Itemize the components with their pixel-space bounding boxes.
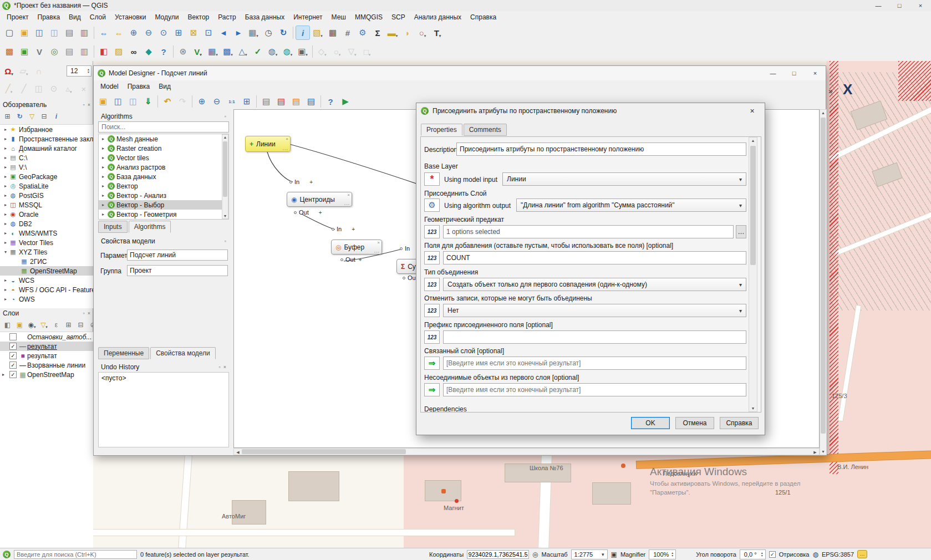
expand-all-button[interactable]: ⊞ xyxy=(63,319,74,331)
expand-arrow-icon[interactable]: ▸ xyxy=(100,146,106,151)
vertex-tool-button[interactable]: ▵ xyxy=(62,82,76,96)
text-annotation-button[interactable]: T xyxy=(430,26,445,40)
browser-item[interactable]: ▸ ▤ C:\ xyxy=(0,153,93,162)
unjoinable-input[interactable] xyxy=(443,383,746,396)
expand-arrow-icon[interactable]: ▸ xyxy=(2,372,8,377)
mouse-position-icon[interactable]: ◎ xyxy=(532,551,538,558)
interpolation-button[interactable]: △ xyxy=(236,44,250,59)
value-type-badge[interactable]: 123 xyxy=(424,225,440,238)
globe-services-button[interactable]: ◍ xyxy=(281,44,295,59)
node-out-anchor[interactable]: Out xyxy=(403,274,418,281)
menu-item[interactable]: Model xyxy=(96,81,123,92)
layer-visibility-checkbox[interactable]: ✓ xyxy=(9,362,17,369)
model-node-buffer[interactable]: ◎ Буфер × °°° xyxy=(331,240,382,254)
new-virtual-layer-button[interactable]: ▥ xyxy=(77,44,91,59)
node-in-anchor[interactable]: In xyxy=(400,245,410,252)
model-node-lines[interactable]: + Линии × °°° xyxy=(245,136,291,152)
predicate-field[interactable]: 1 options selected xyxy=(443,225,734,238)
close-button[interactable]: × xyxy=(910,0,931,11)
new-spatialite-button[interactable]: ◎ xyxy=(47,44,62,59)
more-tools-1-button[interactable]: ◇ xyxy=(315,44,329,59)
algorithm-group-item[interactable]: ▸ Q Mesh данные xyxy=(99,134,228,144)
save-model-button[interactable]: ◫ xyxy=(111,94,125,109)
plugin-help-button[interactable]: ? xyxy=(156,44,171,59)
new-shapefile-button[interactable]: V xyxy=(32,44,47,59)
quickmapservices-button[interactable]: ◧ xyxy=(96,44,111,59)
model-tools-button[interactable]: ⊛ xyxy=(176,44,190,59)
open-attribute-table-button[interactable]: ▦ xyxy=(325,26,340,40)
coordinates-input[interactable] xyxy=(467,550,529,559)
geometry-checker-button[interactable]: ✓ xyxy=(251,44,265,59)
export-as-image-button[interactable]: ▤ xyxy=(259,94,273,109)
model-zoom-in-button[interactable]: ⊕ xyxy=(195,94,209,109)
more-tools-4-button[interactable]: □ xyxy=(360,44,374,59)
layer-visibility-checkbox[interactable]: ✓ xyxy=(9,371,17,378)
data-source-manager-button[interactable]: ▩ xyxy=(2,44,17,59)
current-edits-button[interactable]: ╱ xyxy=(2,82,16,96)
predicate-more-button[interactable]: … xyxy=(736,225,746,238)
scale-combo[interactable]: 1:2775 xyxy=(571,549,608,559)
save-model-as-button[interactable]: ◫ xyxy=(126,94,140,109)
run-model-button[interactable]: ▶ xyxy=(338,94,353,109)
model-zoom-actual-button[interactable]: 1:1 xyxy=(225,94,239,109)
scroll-down-icon[interactable]: ▼ xyxy=(749,406,757,410)
statistics-button[interactable]: Σ xyxy=(370,26,385,40)
algorithm-group-item[interactable]: ▸ Q База данных xyxy=(99,172,228,181)
dock-tab[interactable]: Свойства модели xyxy=(150,347,216,359)
node-remove-button[interactable]: × xyxy=(377,240,380,245)
expand-arrow-icon[interactable]: ▸ xyxy=(2,127,9,132)
toggle-editing-button[interactable]: ╱ xyxy=(17,82,31,96)
browser-filter-button[interactable]: ▽ xyxy=(26,111,38,123)
output-type-button[interactable]: ⇒ xyxy=(424,383,440,396)
dock-tab[interactable]: Inputs xyxy=(98,221,128,233)
save-edits-button[interactable]: ◫ xyxy=(32,82,46,96)
temporal-controller-button[interactable]: ◷ xyxy=(261,26,276,40)
scroll-right-icon[interactable]: ▶ xyxy=(812,450,818,455)
value-type-badge[interactable]: 123 xyxy=(424,251,440,264)
new-project-button[interactable]: ▢ xyxy=(2,26,17,40)
measure-button[interactable]: ▬ xyxy=(385,26,400,40)
magnifier-spinbox[interactable]: 100% xyxy=(649,549,676,559)
layer-visibility-checkbox[interactable]: ✓ xyxy=(9,343,17,350)
vector-menu-button[interactable]: V xyxy=(191,44,205,59)
algorithms-scrollbar[interactable]: ▲ ▼ xyxy=(222,134,228,219)
dialog-scrollbar[interactable]: ▲ ▼ xyxy=(749,137,757,412)
dialog-tab[interactable]: Properties xyxy=(421,124,462,136)
layer-item[interactable]: ✓ — Взорванные линии xyxy=(0,360,93,370)
expand-arrow-icon[interactable]: ▸ xyxy=(2,221,9,226)
panel-close-button[interactable]: × xyxy=(223,364,226,370)
new-print-layout-button[interactable]: ▤ xyxy=(62,26,77,40)
snapping-tolerance-spinbox[interactable]: 12 xyxy=(67,65,91,77)
algorithm-group-item[interactable]: ▸ Q Vector tiles xyxy=(99,153,228,162)
menu-item[interactable]: Установки xyxy=(110,12,150,23)
group-input[interactable] xyxy=(127,265,228,276)
zoom-full-button[interactable]: ⊞ xyxy=(171,26,186,40)
panel-float-button[interactable]: ▫ xyxy=(225,238,226,244)
lock-scale-icon[interactable]: ▣ xyxy=(611,551,617,558)
spin-arrows-icon[interactable] xyxy=(671,552,674,557)
tracing-button[interactable]: ∩ xyxy=(32,64,46,78)
zoom-next-button[interactable]: ▶ xyxy=(231,26,246,40)
expand-arrow-icon[interactable]: ▸ xyxy=(2,231,9,236)
add-group-button[interactable]: ▣ xyxy=(14,319,26,331)
expand-arrow-icon[interactable]: ▸ xyxy=(2,287,9,292)
menu-item[interactable]: Анализ данных xyxy=(410,12,466,23)
undo-history-list[interactable]: <пусто> xyxy=(98,372,229,447)
minimize-button[interactable]: — xyxy=(868,0,889,11)
panel-float-button[interactable]: ▫ xyxy=(219,364,221,370)
pan-map-button[interactable]: ⇔ xyxy=(96,26,111,40)
browser-item[interactable]: ▸ ▮ Пространственные закладки xyxy=(0,134,93,144)
algorithm-group-item[interactable]: ▸ Q Вектор xyxy=(99,181,228,191)
filter-legend-button[interactable]: ▽ xyxy=(38,319,50,331)
export-as-pdf-button[interactable]: ▤ xyxy=(274,94,288,109)
scroll-left-icon[interactable]: ◀ xyxy=(235,450,241,455)
dock-tab[interactable]: Переменные xyxy=(98,347,149,359)
zoom-to-selection-button[interactable]: ⊠ xyxy=(186,26,201,40)
menu-item[interactable]: Интернет xyxy=(289,12,327,23)
expand-arrow-icon[interactable]: ▸ xyxy=(100,193,106,198)
model-zoom-out-button[interactable]: ⊖ xyxy=(210,94,224,109)
browser-item[interactable]: ▸ ▤ V:\ xyxy=(0,162,93,172)
canvas-hscrollbar[interactable]: ◀ ▶ xyxy=(233,448,820,455)
output-type-button[interactable]: ⇒ xyxy=(424,357,440,370)
browser-item[interactable]: ▸ ◍ PostGIS xyxy=(0,191,93,200)
